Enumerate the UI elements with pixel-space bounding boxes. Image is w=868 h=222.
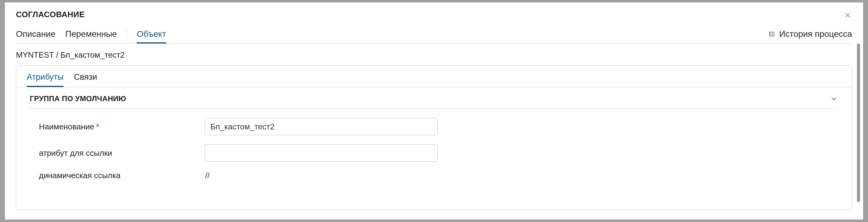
- process-history-label: История процесса: [779, 29, 852, 39]
- chevron-down-icon: [830, 94, 838, 103]
- field-row-name: Наименование*: [39, 118, 838, 135]
- required-asterisk: *: [96, 122, 99, 131]
- main-tabs-row: Описание Переменные Объект История проце…: [16, 29, 852, 43]
- breadcrumb: MYNTEST / Бп_кастом_тест2: [16, 50, 852, 60]
- link-attr-input[interactable]: [205, 145, 438, 162]
- close-icon: [844, 12, 851, 19]
- tab-divider: [127, 29, 127, 39]
- subtab-attributes[interactable]: Атрибуты: [27, 72, 63, 87]
- fields: Наименование* атрибут для ссылки динамич…: [30, 109, 838, 180]
- group-section: ГРУППА ПО УМОЛЧАНИЮ Наименование* атрибу…: [16, 87, 852, 180]
- dialog-header: СОГЛАСОВАНИЕ: [16, 10, 852, 19]
- content-area: MYNTEST / Бп_кастом_тест2 Атрибуты Связи…: [16, 43, 852, 210]
- field-label-dyn-link: динамическая ссылка: [39, 171, 205, 180]
- tab-variables[interactable]: Переменные: [65, 29, 117, 43]
- sub-tabs: Атрибуты Связи: [16, 66, 852, 87]
- scrollbar[interactable]: [857, 43, 860, 210]
- approval-dialog: СОГЛАСОВАНИЕ Описание Переменные Объект …: [5, 2, 863, 220]
- tab-description[interactable]: Описание: [16, 29, 56, 43]
- scrollbar-thumb[interactable]: [857, 43, 860, 202]
- list-icon: [769, 30, 776, 38]
- field-row-dyn-link: динамическая ссылка //: [39, 171, 838, 180]
- field-label-link-attr: атрибут для ссылки: [39, 149, 205, 158]
- group-header[interactable]: ГРУППА ПО УМОЛЧАНИЮ: [30, 94, 838, 109]
- group-title: ГРУППА ПО УМОЛЧАНИЮ: [30, 94, 126, 103]
- object-panel: Атрибуты Связи ГРУППА ПО УМОЛЧАНИЮ Наиме…: [16, 65, 852, 210]
- svg-point-1: [770, 34, 770, 34]
- close-button[interactable]: [843, 11, 852, 20]
- dyn-link-value: //: [205, 171, 210, 180]
- svg-point-2: [770, 36, 770, 36]
- tab-object[interactable]: Объект: [137, 29, 166, 43]
- field-label-name: Наименование*: [39, 122, 205, 131]
- name-input[interactable]: [205, 118, 438, 135]
- dialog-title: СОГЛАСОВАНИЕ: [16, 10, 85, 19]
- subtab-relations[interactable]: Связи: [74, 72, 97, 87]
- field-row-link-attr: атрибут для ссылки: [39, 145, 838, 162]
- svg-point-0: [770, 32, 770, 32]
- process-history-link[interactable]: История процесса: [769, 29, 852, 43]
- main-tabs: Описание Переменные Объект: [16, 29, 166, 43]
